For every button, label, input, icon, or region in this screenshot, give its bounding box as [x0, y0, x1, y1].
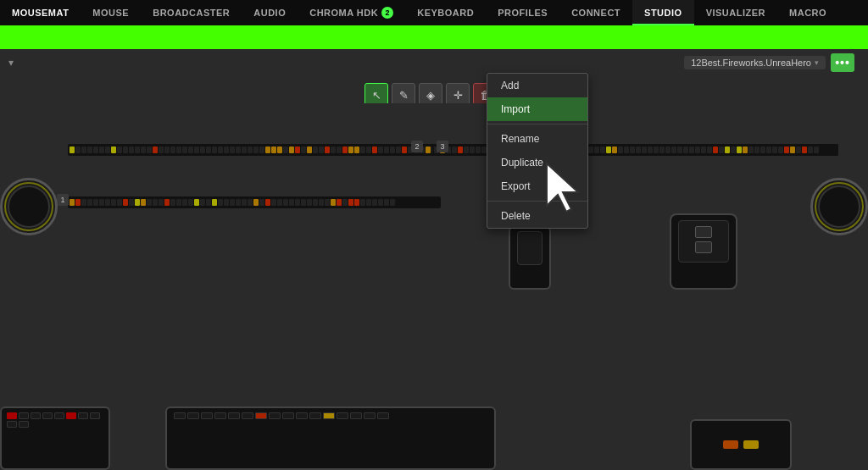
led-cell [396, 147, 401, 153]
led-cell [470, 147, 475, 153]
nav-item-audio[interactable]: AUDIO [242, 0, 298, 25]
led-cell [188, 199, 193, 206]
led-cell [307, 147, 312, 153]
led-cell [135, 199, 140, 206]
led-cell [206, 199, 211, 206]
led-cell [600, 147, 605, 153]
track-badge-2: 2 [411, 141, 423, 152]
led-cell [236, 147, 241, 153]
project-chevron-icon: ▾ [815, 58, 819, 67]
led-cell [748, 147, 754, 153]
led-cell [117, 199, 122, 206]
led-cell [342, 199, 348, 206]
nav-item-visualizer[interactable]: VISUALIZER [694, 0, 777, 25]
led-cell [671, 147, 676, 153]
nav-item-macro[interactable]: MACRO [777, 0, 838, 25]
three-dot-label: ••• [835, 56, 850, 69]
led-cell [814, 147, 819, 153]
led-cell [159, 199, 164, 206]
nav-item-keyboard[interactable]: KEYBOARD [405, 0, 486, 25]
canvas-area[interactable]: 2 3 1 [0, 103, 868, 470]
led-cell [384, 199, 389, 206]
nav-item-chroma-hdk[interactable]: CHROMA HDK2 [298, 0, 405, 25]
led-cell [743, 147, 748, 153]
led-cell [331, 147, 336, 153]
led-cell [354, 147, 359, 153]
led-cell [695, 147, 700, 153]
sidebar-toggle-icon[interactable]: ▾ [8, 57, 14, 69]
led-cell [313, 147, 318, 153]
led-cell [70, 147, 75, 153]
nav-items: MOUSEMATMOUSEBROADCASTERAUDIOCHROMA HDK2… [0, 0, 838, 25]
device-circle-right [810, 178, 868, 235]
svg-marker-0 [547, 163, 578, 212]
led-cell [476, 147, 481, 153]
led-cell [253, 147, 259, 153]
led-cell [153, 199, 158, 206]
led-cell [212, 147, 217, 153]
led-cell [230, 199, 235, 206]
led-cell [630, 147, 635, 153]
led-cell [141, 147, 146, 153]
nav-item-broadcaster[interactable]: BROADCASTER [141, 0, 242, 25]
nav-item-studio[interactable]: STUDIO [632, 0, 694, 25]
led-cell [176, 199, 181, 206]
pen-icon: ✎ [399, 89, 409, 102]
led-cell [384, 147, 389, 153]
led-cell [75, 147, 81, 153]
led-cell [277, 147, 282, 153]
led-cell [772, 147, 777, 153]
led-cell [200, 147, 205, 153]
led-cell [348, 147, 353, 153]
led-cell [259, 199, 264, 206]
led-cell [277, 199, 282, 206]
led-cell [248, 199, 253, 206]
led-cell [665, 147, 670, 153]
led-cell [242, 199, 247, 206]
led-cell [75, 199, 81, 206]
led-cell [707, 147, 712, 153]
led-cell [464, 147, 469, 153]
led-cell [289, 199, 294, 206]
nav-item-profiles[interactable]: PROFILES [486, 0, 559, 25]
three-dot-menu-button[interactable]: ••• [831, 53, 854, 72]
dropdown-item-rename[interactable]: Rename [487, 127, 587, 151]
led-cell [452, 147, 457, 153]
led-cell [458, 147, 463, 153]
led-cell [93, 147, 98, 153]
led-cell [737, 147, 742, 153]
led-cell [99, 147, 104, 153]
content-area: ▾ 12Best.Fireworks.UnreaHero ▾ ••• ↖ ✎ ◈… [0, 49, 868, 470]
led-cell [725, 147, 730, 153]
led-cell [366, 147, 371, 153]
led-cell [129, 147, 134, 153]
led-cell [301, 199, 306, 206]
nav-item-connect[interactable]: CONNECT [559, 0, 632, 25]
led-cell [754, 147, 760, 153]
studio-toolbar: ▾ 12Best.Fireworks.UnreaHero ▾ ••• [0, 49, 868, 76]
led-cell [719, 147, 724, 153]
dropdown-divider [487, 124, 587, 124]
nav-item-mouse[interactable]: MOUSE [81, 0, 141, 25]
led-cell [802, 147, 807, 153]
led-cell [390, 199, 395, 206]
led-cell [170, 199, 175, 206]
led-cell [713, 147, 718, 153]
led-cell [325, 199, 330, 206]
led-cell [123, 147, 128, 153]
fill-icon: ◈ [426, 89, 435, 102]
led-cell [218, 147, 223, 153]
project-name-label: 12Best.Fireworks.UnreaHero [691, 58, 811, 68]
led-cell [618, 147, 623, 153]
led-cell [301, 147, 306, 153]
dropdown-item-import[interactable]: Import [487, 97, 587, 121]
device-circle-left [0, 178, 58, 235]
led-cell [683, 147, 688, 153]
led-cell [147, 199, 152, 206]
nav-item-mousemat[interactable]: MOUSEMAT [0, 0, 81, 25]
led-cell [612, 147, 617, 153]
led-cell [372, 199, 377, 206]
led-cell [342, 147, 348, 153]
move-icon: ✛ [453, 89, 463, 102]
dropdown-item-add[interactable]: Add [487, 74, 587, 97]
